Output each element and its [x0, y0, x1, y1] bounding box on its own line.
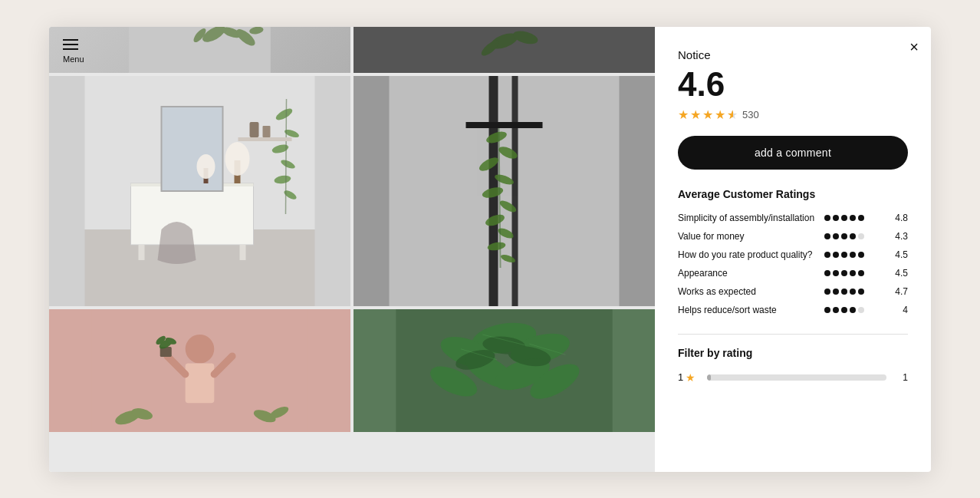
rating-dot-filled [824, 252, 830, 258]
stars-row: ★ ★ ★ ★ ★★ 530 [678, 107, 908, 122]
svg-rect-31 [263, 126, 271, 137]
svg-point-21 [197, 154, 215, 179]
rating-dot-filled [824, 215, 830, 221]
rating-dot-filled [824, 233, 830, 239]
rating-dot-filled [833, 215, 839, 221]
add-comment-button[interactable]: add a comment [678, 136, 908, 170]
filter-row-1: 1 ★ 1 [678, 371, 908, 384]
image-bot-left [49, 309, 350, 432]
rating-bar-1 [824, 233, 882, 239]
rating-row-0: Simplicity of assembly/installation4.8 [678, 213, 908, 223]
rating-label-5: Helps reduce/sort waste [678, 305, 818, 315]
image-grid [49, 27, 655, 472]
left-panel: Menu [49, 27, 655, 472]
rating-dot-filled [833, 252, 839, 258]
rating-dot-filled [841, 252, 847, 258]
rating-dot-empty [858, 233, 864, 239]
close-button[interactable]: × [909, 39, 919, 54]
rating-dot-filled [850, 252, 856, 258]
divider [678, 334, 908, 335]
star-1: ★ [678, 107, 689, 122]
rating-dot-filled [824, 270, 830, 276]
overall-rating: 4.6 [678, 68, 908, 101]
avg-ratings-title: Average Customer Ratings [678, 188, 908, 200]
rating-dot-filled [858, 252, 864, 258]
menu-button[interactable]: Menu [63, 39, 84, 64]
menu-label: Menu [63, 54, 84, 64]
star-4: ★ [715, 107, 725, 122]
rating-row-5: Helps reduce/sort waste4 [678, 305, 908, 315]
rating-dot-filled [858, 215, 864, 221]
rating-dot-filled [841, 233, 847, 239]
star-2: ★ [690, 107, 701, 122]
svg-point-19 [225, 142, 250, 176]
svg-rect-15 [139, 245, 145, 260]
image-bot-right [354, 309, 655, 432]
rating-label-1: Value for money [678, 231, 818, 242]
rating-row-2: How do you rate product quality?4.5 [678, 249, 908, 260]
filter-star-number: 1 [678, 371, 683, 383]
filter-count-1: 1 [894, 372, 908, 383]
rating-dot-filled [841, 307, 847, 313]
rating-dot-filled [850, 270, 856, 276]
notice-label: Notice [678, 48, 908, 61]
svg-rect-35 [512, 76, 518, 306]
rating-label-0: Simplicity of assembly/installation [678, 213, 818, 223]
svg-rect-50 [186, 363, 215, 403]
svg-line-28 [286, 99, 287, 214]
rating-value-0: 4.8 [891, 213, 908, 223]
image-mid-left [49, 76, 350, 306]
rating-dot-filled [833, 307, 839, 313]
image-top-left [49, 27, 350, 73]
filter-star-icon: ★ [686, 371, 696, 384]
star-rating: ★ ★ ★ ★ ★★ [678, 107, 738, 122]
svg-rect-30 [250, 122, 259, 137]
svg-point-49 [186, 334, 215, 363]
rating-dot-filled [850, 289, 856, 295]
rating-dot-filled [841, 289, 847, 295]
rating-dot-filled [850, 233, 856, 239]
rating-dot-filled [824, 307, 830, 313]
rating-label-3: Appearance [678, 268, 818, 279]
star-3: ★ [702, 107, 713, 122]
rating-dot-filled [858, 289, 864, 295]
filter-title: Filter by rating [678, 347, 908, 359]
rating-label-4: Works as expected [678, 286, 818, 297]
rating-dot-empty [858, 307, 864, 313]
svg-rect-17 [162, 107, 223, 191]
rating-dot-filled [833, 289, 839, 295]
ratings-list: Simplicity of assembly/installation4.8Va… [678, 213, 908, 315]
image-top-right [354, 27, 655, 73]
rating-dot-filled [841, 215, 847, 221]
svg-rect-16 [240, 245, 246, 260]
right-panel: × Notice 4.6 ★ ★ ★ ★ ★★ 530 add a commen… [655, 27, 931, 472]
star-5: ★★ [727, 107, 738, 122]
svg-rect-29 [238, 137, 292, 141]
rating-value-4: 4.7 [891, 286, 908, 297]
svg-rect-36 [466, 122, 543, 128]
review-count: 530 [742, 109, 759, 120]
svg-rect-33 [390, 76, 620, 306]
svg-rect-6 [433, 27, 575, 73]
hamburger-icon [63, 39, 84, 50]
rating-bar-3 [824, 270, 882, 276]
rating-row-1: Value for money4.3 [678, 231, 908, 242]
modal-container: Menu [49, 27, 931, 472]
rating-bar-0 [824, 215, 882, 221]
rating-value-2: 4.5 [891, 249, 908, 260]
rating-row-4: Works as expected4.7 [678, 286, 908, 297]
filter-bar-fill-1 [707, 374, 711, 381]
rating-dot-filled [850, 215, 856, 221]
rating-bar-2 [824, 252, 882, 258]
rating-dot-filled [833, 270, 839, 276]
rating-dot-filled [858, 270, 864, 276]
rating-bar-4 [824, 289, 882, 295]
rating-value-1: 4.3 [891, 231, 908, 242]
rating-dot-filled [841, 270, 847, 276]
rating-label-2: How do you rate product quality? [678, 249, 818, 260]
rating-dot-filled [824, 289, 830, 295]
rating-value-5: 4 [891, 305, 908, 315]
rating-row-3: Appearance4.5 [678, 268, 908, 279]
rating-value-3: 4.5 [891, 268, 908, 279]
filter-star-label-1[interactable]: 1 ★ [678, 371, 699, 384]
